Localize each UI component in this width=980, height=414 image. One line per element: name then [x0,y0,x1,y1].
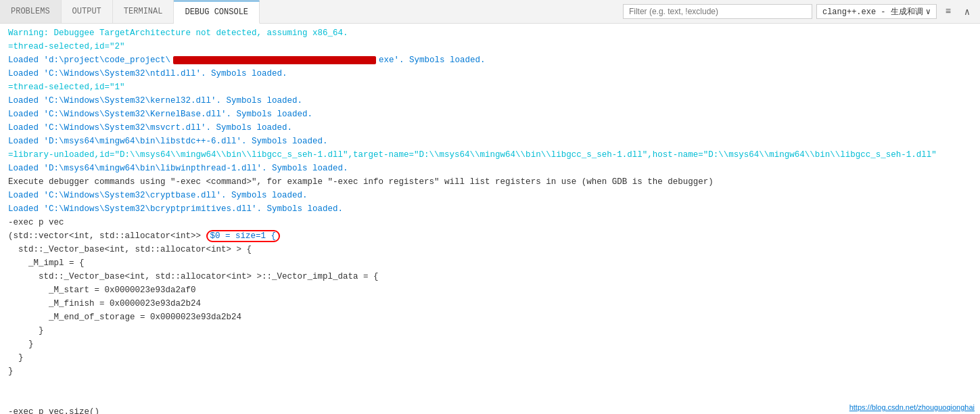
dropdown-label: clang++.exe - 生成和调 [822,6,923,18]
console-line: -exec p vec [0,216,980,229]
console-line: Loaded 'C:\Windows\System32\KernelBase.d… [0,108,980,121]
console-line: -exec p vec.size() [0,405,980,414]
console-line: } [0,351,980,365]
tab-debug-console-label: DEBUG CONSOLE [185,7,248,17]
console-line: _M_impl = { [0,256,980,270]
console-line: Execute debugger commands using "-exec <… [0,175,980,189]
console-line: } [0,338,980,351]
console-line: (std::vector<int, std::allocator<int>> $… [0,229,980,243]
toolbar-right: clang++.exe - 生成和调 ∨ ≡ ∧ [623,4,980,19]
highlighted-expression: $0 = size=1 { [206,230,281,242]
tab-problems-label: PROBLEMS [11,7,50,16]
console-line: _M_finish = 0x0000023e93da2b24 [0,297,980,310]
debug-session-dropdown[interactable]: clang++.exe - 生成和调 ∨ [816,4,937,19]
redacted-content [173,56,376,64]
tab-terminal-label: TERMINAL [124,7,163,16]
tab-terminal[interactable]: TERMINAL [113,0,174,23]
chevron-up-btn[interactable]: ∧ [960,4,975,19]
console-line: =library-unloaded,id="D:\\msys64\\mingw6… [0,148,980,162]
console-line: Loaded 'C:\Windows\System32\cryptbase.dl… [0,189,980,202]
console-line: Loaded 'd:\project\code_project\exe'. Sy… [0,53,980,67]
chevron-down-icon: ∨ [926,7,931,17]
tab-output[interactable]: OUTPUT [62,0,113,23]
tab-debug-console[interactable]: DEBUG CONSOLE [174,1,260,24]
console-line: Loaded 'C:\Windows\System32\bcryptprimit… [0,202,980,216]
console-line: } [0,324,980,338]
console-line: } [0,365,980,378]
filter-input[interactable] [623,4,812,19]
console-line: =thread-selected,id="2" [0,40,980,53]
console-line: Loaded 'C:\Windows\System32\msvcrt.dll'.… [0,121,980,135]
tab-problems[interactable]: PROBLEMS [0,0,62,23]
console-line: Warning: Debuggee TargetArchitecture not… [0,26,980,40]
console-line: std::_Vector_base<int, std::allocator<in… [0,270,980,283]
console-line: Loaded 'D:\msys64\mingw64\bin\libstdc++-… [0,135,980,148]
watermark: https://blog.csdn.net/zhouguoqionghai [849,403,975,411]
tab-output-label: OUTPUT [72,7,101,16]
console-line: Loaded 'C:\Windows\System32\kernel32.dll… [0,94,980,108]
console-line: std::_Vector_base<int, std::allocator<in… [0,243,980,256]
console-line: _M_start = 0x0000023e93da2af0 [0,283,980,297]
list-icon-btn[interactable]: ≡ [941,4,956,19]
console-line: Loaded 'D:\msys64\mingw64\bin\libwinpthr… [0,162,980,175]
chevron-up-icon: ∧ [964,6,970,18]
console-line: Loaded 'C:\Windows\System32\ntdll.dll'. … [0,67,980,80]
list-icon: ≡ [946,6,951,17]
console-line: =thread-selected,id="1" [0,80,980,94]
console-line [0,378,980,392]
console-line [0,392,980,405]
console-line: _M_end_of_storage = 0x0000023e93da2b24 [0,310,980,324]
console-output: Warning: Debuggee TargetArchitecture not… [0,24,980,414]
tab-bar: PROBLEMS OUTPUT TERMINAL DEBUG CONSOLE c… [0,0,980,24]
